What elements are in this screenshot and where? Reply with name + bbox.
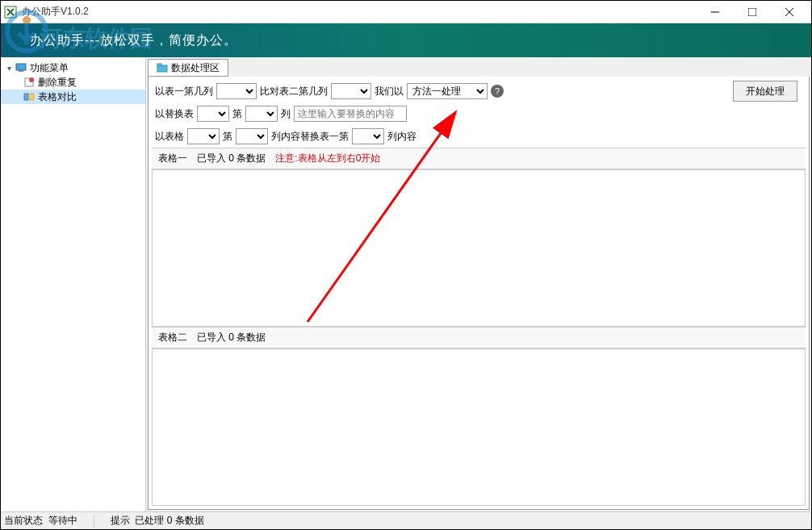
main-area: ▾ 功能菜单 删除重复 表格对比 数据处理区 以表一第几列 比对表二第几列 bbox=[1, 57, 811, 511]
table2-col-select[interactable] bbox=[331, 83, 371, 99]
row1-label1: 以表一第几列 bbox=[155, 85, 213, 98]
section1-warning: 注意:表格从左到右0开始 bbox=[275, 152, 380, 165]
row2-label3: 列 bbox=[281, 107, 291, 121]
sidebar-item-delete-duplicate[interactable]: 删除重复 bbox=[1, 75, 145, 90]
options-row-3: 以表格 第 列内容替换表一第 列内容 bbox=[152, 125, 806, 148]
app-icon bbox=[4, 6, 17, 19]
table2-body[interactable] bbox=[152, 348, 806, 506]
banner: 河东软件园 办公助手---放松双手，简便办公。 bbox=[1, 23, 811, 57]
monitor-icon bbox=[15, 62, 27, 73]
sidebar-item-table-compare[interactable]: 表格对比 bbox=[1, 90, 145, 104]
status-state: 当前状态 等待中 bbox=[4, 514, 77, 528]
row3-label3: 列内容替换表一第 bbox=[271, 130, 349, 144]
svg-rect-14 bbox=[157, 64, 161, 66]
section2-header: 表格二 已导入 0 条数据 bbox=[152, 327, 806, 348]
tree-collapse-icon: ▾ bbox=[7, 64, 15, 73]
svg-rect-8 bbox=[19, 70, 23, 72]
src-col-select[interactable] bbox=[236, 128, 268, 144]
content-area: 数据处理区 以表一第几列 比对表二第几列 我们以 方法一处理 ? 开始处理 以替… bbox=[146, 57, 811, 511]
section1-header: 表格一 已导入 0 条数据 注意:表格从左到右0开始 bbox=[152, 148, 806, 169]
row1-label3: 我们以 bbox=[375, 85, 404, 98]
banner-text: 办公助手---放松双手，简便办公。 bbox=[30, 32, 237, 49]
sidebar-item-label: 删除重复 bbox=[38, 76, 77, 90]
options-row-1: 以表一第几列 比对表二第几列 我们以 方法一处理 ? 开始处理 bbox=[152, 80, 806, 102]
status-hint: 提示 已处理 0 条数据 bbox=[111, 514, 204, 528]
compare-icon bbox=[23, 91, 35, 102]
row2-label2: 第 bbox=[232, 107, 242, 121]
svg-rect-12 bbox=[30, 94, 34, 100]
table1-col-select[interactable] bbox=[216, 83, 257, 99]
help-icon[interactable]: ? bbox=[491, 85, 504, 98]
table1-body[interactable] bbox=[152, 169, 806, 327]
sidebar-item-label: 表格对比 bbox=[38, 90, 77, 104]
svg-rect-7 bbox=[16, 64, 26, 70]
row3-label4: 列内容 bbox=[387, 130, 416, 144]
row3-label2: 第 bbox=[223, 130, 232, 144]
tree-root[interactable]: ▾ 功能菜单 bbox=[1, 61, 145, 75]
svg-rect-2 bbox=[748, 8, 756, 16]
titlebar-title: 办公助手V1.0.2 bbox=[22, 5, 697, 19]
replace-table-select[interactable] bbox=[197, 106, 229, 122]
dst-col-select[interactable] bbox=[352, 128, 384, 144]
svg-point-10 bbox=[29, 77, 34, 82]
replace-text-input[interactable] bbox=[294, 106, 407, 122]
row2-label1: 以替换表 bbox=[155, 107, 194, 121]
start-button[interactable]: 开始处理 bbox=[733, 81, 797, 102]
statusbar: 当前状态 等待中 提示 已处理 0 条数据 bbox=[1, 511, 811, 529]
close-button[interactable] bbox=[771, 1, 808, 23]
tab-strip: 数据处理区 bbox=[148, 59, 810, 77]
folder-icon bbox=[157, 62, 168, 73]
section1-stat: 已导入 0 条数据 bbox=[197, 152, 266, 165]
delete-icon bbox=[23, 77, 35, 88]
method-select[interactable]: 方法一处理 bbox=[407, 83, 488, 99]
section2-label: 表格二 bbox=[158, 331, 187, 344]
row3-label1: 以表格 bbox=[155, 130, 184, 144]
tab-data-process[interactable]: 数据处理区 bbox=[148, 59, 228, 77]
tree-root-label: 功能菜单 bbox=[30, 61, 69, 75]
options-row-2: 以替换表 第 列 bbox=[152, 102, 806, 125]
tab-content: 以表一第几列 比对表二第几列 我们以 方法一处理 ? 开始处理 以替换表 第 列 bbox=[148, 77, 810, 510]
titlebar: 办公助手V1.0.2 bbox=[1, 1, 811, 23]
minimize-button[interactable] bbox=[697, 1, 734, 23]
src-table-select[interactable] bbox=[187, 128, 220, 144]
tab-label: 数据处理区 bbox=[171, 61, 220, 75]
section2-stat: 已导入 0 条数据 bbox=[197, 331, 266, 344]
maximize-button[interactable] bbox=[734, 1, 771, 23]
replace-col-select[interactable] bbox=[245, 106, 278, 122]
section1-label: 表格一 bbox=[158, 152, 187, 165]
row1-label2: 比对表二第几列 bbox=[260, 85, 328, 98]
svg-rect-11 bbox=[24, 94, 28, 100]
statusbar-separator bbox=[94, 515, 94, 528]
sidebar: ▾ 功能菜单 删除重复 表格对比 bbox=[1, 57, 146, 511]
